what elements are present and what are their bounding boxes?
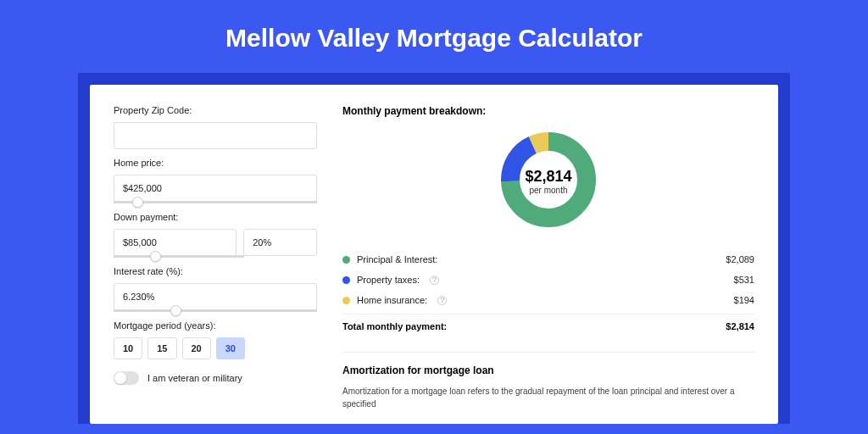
veteran-toggle[interactable] — [114, 371, 139, 385]
down-payment-input[interactable] — [114, 229, 236, 256]
legend-label-principal: Principal & Interest: — [357, 254, 437, 264]
down-payment-label: Down payment: — [114, 212, 317, 222]
legend-label-insurance: Home insurance: — [357, 295, 427, 305]
donut-amount: $2,814 — [525, 168, 571, 186]
home-price-label: Home price: — [114, 158, 317, 168]
legend-value-principal: $2,089 — [726, 254, 754, 264]
dot-icon-principal — [342, 256, 350, 264]
down-payment-pct-input[interactable] — [243, 229, 317, 256]
home-price-slider-thumb[interactable] — [132, 197, 143, 208]
breakdown-panel: Monthly payment breakdown: $2,814 per mo… — [342, 105, 754, 403]
info-icon[interactable]: ? — [430, 275, 439, 285]
down-payment-slider[interactable] — [114, 255, 244, 258]
form-panel: Property Zip Code: Home price: Down paym… — [114, 105, 317, 403]
legend-row-insurance: Home insurance: ? $194 — [342, 290, 754, 310]
calculator-card: Property Zip Code: Home price: Down paym… — [90, 85, 778, 424]
donut-chart-wrap: $2,814 per month — [342, 129, 754, 234]
total-value: $2,814 — [726, 321, 754, 331]
donut-center: $2,814 per month — [525, 168, 571, 195]
home-price-input[interactable] — [114, 175, 317, 202]
interest-slider-thumb[interactable] — [170, 305, 181, 316]
legend-value-insurance: $194 — [734, 295, 754, 305]
total-label: Total monthly payment: — [342, 321, 447, 331]
total-row: Total monthly payment: $2,814 — [342, 314, 754, 338]
period-group: Mortgage period (years): 10 15 20 30 — [114, 320, 317, 359]
period-btn-10[interactable]: 10 — [114, 337, 142, 359]
down-payment-slider-thumb[interactable] — [150, 251, 161, 262]
dot-icon-insurance — [342, 297, 350, 304]
page-title: Mellow Valley Mortgage Calculator — [0, 0, 868, 73]
period-btn-20[interactable]: 20 — [182, 337, 211, 359]
donut-sub: per month — [525, 186, 571, 195]
interest-input[interactable] — [114, 283, 317, 310]
legend-row-taxes: Property taxes: ? $531 — [342, 270, 754, 290]
dot-icon-taxes — [342, 276, 350, 284]
period-btn-30[interactable]: 30 — [216, 337, 245, 359]
zip-field-group: Property Zip Code: — [114, 105, 317, 149]
down-payment-group: Down payment: — [114, 212, 317, 258]
interest-group: Interest rate (%): — [114, 266, 317, 312]
legend-label-taxes: Property taxes: — [357, 275, 420, 285]
legend-row-principal: Principal & Interest: $2,089 — [342, 249, 754, 270]
amortization-text: Amortization for a mortgage loan refers … — [342, 385, 754, 410]
interest-slider[interactable] — [114, 309, 317, 312]
amortization-title: Amortization for mortgage loan — [342, 364, 754, 376]
home-price-group: Home price: — [114, 158, 317, 203]
zip-label: Property Zip Code: — [114, 105, 317, 115]
info-icon[interactable]: ? — [437, 296, 447, 305]
donut-chart: $2,814 per month — [498, 129, 599, 234]
period-btn-15[interactable]: 15 — [147, 337, 176, 359]
veteran-row: I am veteran or military — [114, 371, 317, 385]
home-price-slider[interactable] — [114, 201, 317, 203]
interest-label: Interest rate (%): — [114, 266, 317, 276]
period-row: 10 15 20 30 — [114, 337, 317, 359]
veteran-toggle-knob — [114, 372, 126, 384]
amortization-section: Amortization for mortgage loan Amortizat… — [342, 352, 754, 410]
veteran-label: I am veteran or military — [147, 373, 242, 383]
zip-input[interactable] — [114, 122, 317, 149]
legend-value-taxes: $531 — [734, 275, 754, 285]
breakdown-title: Monthly payment breakdown: — [342, 105, 754, 117]
card-outer: Property Zip Code: Home price: Down paym… — [78, 73, 790, 424]
period-label: Mortgage period (years): — [114, 320, 317, 331]
